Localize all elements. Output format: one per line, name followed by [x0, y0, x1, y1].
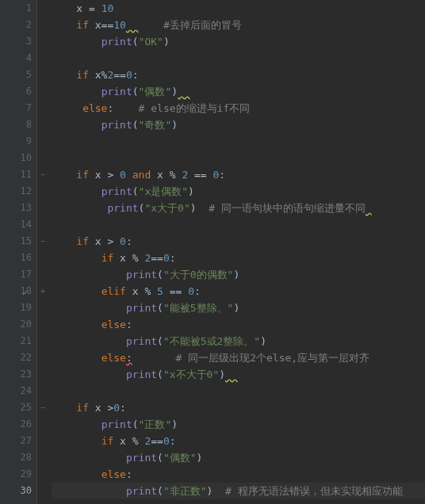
- code-line[interactable]: print("偶数"): [52, 449, 425, 466]
- code-token: else: [101, 468, 126, 480]
- code-token: [52, 235, 76, 247]
- fold-marker: [37, 416, 48, 433]
- line-number[interactable]: 20: [0, 316, 36, 333]
- line-number[interactable]: 15: [0, 233, 36, 250]
- code-token: print: [126, 368, 157, 380]
- code-line[interactable]: if x % 2==0:: [52, 250, 425, 266]
- code-line[interactable]: if x%2==0:: [52, 67, 425, 83]
- line-number[interactable]: 17: [0, 266, 36, 283]
- code-line[interactable]: [52, 50, 425, 67]
- code-line[interactable]: print("能被5整除。"): [52, 300, 425, 316]
- code-token: (: [157, 485, 163, 497]
- code-line[interactable]: print("非正数") # 程序无语法错误，但未实现相应功能: [52, 483, 425, 499]
- line-number[interactable]: 5: [0, 67, 36, 83]
- code-token: [132, 352, 176, 364]
- code-token: :: [170, 252, 176, 264]
- code-token: ): [190, 202, 209, 214]
- code-editor[interactable]: x = 10 if x==10 #丢掉后面的冒号 print("OK") if …: [48, 0, 425, 504]
- code-line[interactable]: if x==10 #丢掉后面的冒号: [52, 17, 425, 33]
- code-line[interactable]: if x >0:: [52, 399, 425, 416]
- fold-marker: [37, 183, 48, 200]
- line-number[interactable]: 19: [0, 300, 36, 316]
- fold-marker[interactable]: −: [37, 399, 48, 416]
- gutter[interactable]: 123456789101112131415161718✓192021222324…: [0, 0, 37, 504]
- fold-marker[interactable]: +: [37, 283, 48, 300]
- code-token: print: [101, 185, 132, 197]
- code-line[interactable]: print("x不大于0"): [52, 366, 425, 383]
- code-token: "不能被5或2整除。": [163, 335, 260, 347]
- code-token: ==: [151, 252, 163, 264]
- code-line[interactable]: else: # 同一层级出现2个else,应与第一层对齐: [52, 349, 425, 366]
- code-line[interactable]: print("正数"): [52, 416, 425, 433]
- code-token: else: [101, 352, 126, 364]
- code-line[interactable]: [52, 133, 425, 150]
- line-number[interactable]: 9: [0, 133, 36, 150]
- code-token: [52, 202, 107, 214]
- code-token: "能被5整除。": [163, 302, 233, 314]
- line-number[interactable]: 22: [0, 349, 36, 366]
- fold-marker: [37, 349, 48, 366]
- code-token: (: [157, 269, 163, 281]
- code-line[interactable]: print("大于0的偶数"): [52, 266, 425, 283]
- line-number[interactable]: 28: [0, 449, 36, 466]
- code-token: else: [82, 102, 107, 114]
- fold-marker[interactable]: −: [37, 233, 48, 250]
- code-line[interactable]: print("奇数"): [52, 116, 425, 133]
- code-token: print: [126, 452, 157, 464]
- line-number[interactable]: 25: [0, 399, 36, 416]
- line-number[interactable]: 21: [0, 333, 36, 349]
- code-token: [52, 285, 101, 297]
- code-token: x %: [157, 169, 182, 181]
- code-line[interactable]: else:: [52, 466, 425, 483]
- code-line[interactable]: print("偶数"): [52, 83, 425, 100]
- line-number[interactable]: 3: [0, 33, 36, 50]
- code-line[interactable]: print("OK"): [52, 33, 425, 50]
- code-token: 0: [120, 169, 126, 181]
- line-number[interactable]: 1: [0, 0, 36, 17]
- code-line[interactable]: else:: [52, 316, 425, 333]
- fold-marker: [37, 200, 48, 216]
- code-line[interactable]: elif x % 5 == 0:: [52, 283, 425, 300]
- line-number[interactable]: 12: [0, 183, 36, 200]
- code-token: [52, 169, 76, 181]
- line-number[interactable]: 6: [0, 83, 36, 100]
- line-number[interactable]: 26: [0, 416, 36, 433]
- code-line[interactable]: x = 10: [52, 0, 425, 17]
- code-token: [52, 352, 101, 364]
- code-token: print: [107, 202, 138, 214]
- code-line[interactable]: [52, 216, 425, 233]
- code-token: if: [76, 402, 94, 414]
- code-token: if: [101, 252, 120, 264]
- line-number[interactable]: 24: [0, 383, 36, 399]
- line-number[interactable]: 27: [0, 433, 36, 449]
- line-number[interactable]: 7: [0, 100, 36, 116]
- code-token: 10: [101, 2, 114, 14]
- line-number[interactable]: 29: [0, 466, 36, 483]
- line-number[interactable]: 2: [0, 17, 36, 33]
- code-line[interactable]: print("不能被5或2整除。"): [52, 333, 425, 349]
- code-line[interactable]: else: # else的缩进与if不同: [52, 100, 425, 116]
- code-line[interactable]: if x % 2==0:: [52, 433, 425, 449]
- line-number[interactable]: 23: [0, 366, 36, 383]
- code-line[interactable]: [52, 150, 425, 166]
- line-number[interactable]: 14: [0, 216, 36, 233]
- code-line[interactable]: print("x大于0") # 同一语句块中的语句缩进量不同: [52, 200, 425, 216]
- line-number[interactable]: 18✓: [0, 283, 36, 300]
- line-number[interactable]: 10: [0, 150, 36, 166]
- code-line[interactable]: [52, 383, 425, 399]
- code-line[interactable]: if x > 0 and x % 2 == 0:: [52, 166, 425, 183]
- line-number[interactable]: 8: [0, 116, 36, 133]
- code-token: ): [171, 119, 178, 131]
- code-token: (: [132, 36, 139, 48]
- line-number[interactable]: 16: [0, 250, 36, 266]
- fold-column[interactable]: −−+−: [37, 0, 48, 504]
- code-line[interactable]: print("x是偶数"): [52, 183, 425, 200]
- line-number[interactable]: 11: [0, 166, 36, 183]
- fold-marker[interactable]: −: [37, 166, 48, 183]
- code-line[interactable]: if x > 0:: [52, 233, 425, 250]
- line-number[interactable]: 4: [0, 50, 36, 67]
- code-token: print: [101, 418, 132, 430]
- line-number[interactable]: 13: [0, 200, 36, 216]
- code-token: [52, 402, 76, 414]
- line-number[interactable]: 30: [0, 483, 36, 499]
